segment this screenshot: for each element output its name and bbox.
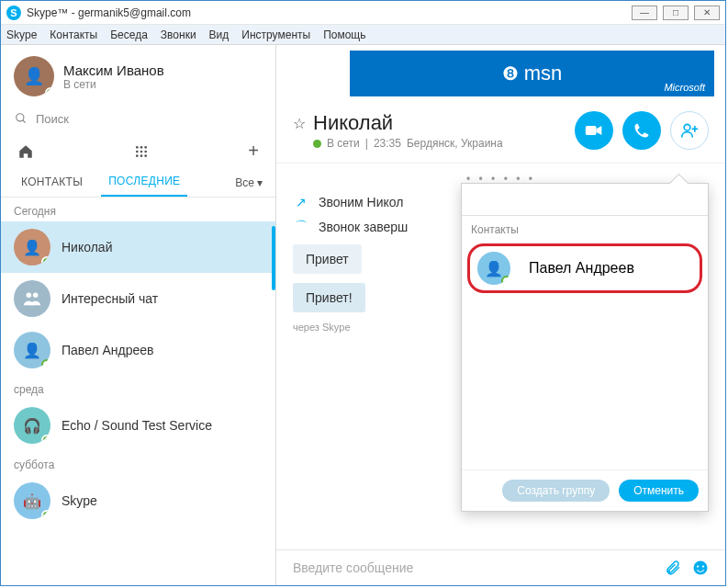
video-call-button[interactable]: [575, 111, 613, 150]
compose-input[interactable]: Введите сообщение: [293, 560, 654, 575]
call-out-icon: ↗: [293, 195, 309, 209]
scrollbar[interactable]: [272, 226, 275, 290]
svg-point-9: [140, 154, 142, 157]
svg-point-14: [684, 124, 690, 130]
menu-tools[interactable]: Инструменты: [241, 28, 310, 41]
home-icon[interactable]: [17, 143, 34, 160]
presence-dot-icon: [45, 87, 54, 96]
maximize-button[interactable]: □: [663, 6, 689, 20]
butterfly-icon: ❽: [502, 62, 519, 85]
create-group-button[interactable]: Создать группу: [502, 480, 610, 502]
banner-brand: msn: [524, 62, 563, 85]
self-name: Максим Иванов: [63, 62, 164, 78]
emoji-icon[interactable]: [692, 560, 709, 576]
chevron-down-icon: ▾: [257, 176, 263, 189]
search-field[interactable]: Поиск: [1, 106, 275, 135]
menu-contacts[interactable]: Контакты: [50, 28, 97, 41]
menu-view[interactable]: Вид: [209, 28, 230, 41]
window-buttons: — □ ✕: [632, 6, 720, 20]
contact-name: Skype: [62, 493, 97, 508]
tab-recent[interactable]: ПОСЛЕДНИЕ: [101, 169, 187, 197]
titlebar: S Skype™ - germanik5@gmail.com — □ ✕: [1, 1, 725, 25]
cancel-button[interactable]: Отменить: [619, 480, 699, 502]
svg-point-5: [136, 150, 139, 153]
contact-item[interactable]: 🎧 Echo / Sound Test Service: [1, 400, 275, 451]
presence-dot-icon: [41, 359, 50, 368]
search-icon: [14, 111, 28, 126]
chat-status: В сети: [327, 137, 360, 150]
filter-dropdown[interactable]: Все ▾: [235, 176, 263, 189]
contact-avatar: 🎧: [14, 407, 50, 444]
message-outgoing: Привет!: [293, 283, 365, 312]
menu-skype[interactable]: Skype: [6, 28, 37, 41]
banner-vendor: Microsoft: [664, 82, 705, 93]
call-end-icon: ⌒: [293, 219, 309, 235]
menu-calls[interactable]: Звонки: [161, 28, 196, 41]
menubar: Skype Контакты Беседа Звонки Вид Инструм…: [1, 25, 725, 45]
add-contact-popover: Контакты 👤 Павел Андреев Создать группу …: [461, 183, 709, 512]
svg-line-1: [23, 120, 26, 123]
sidebar: 👤 Максим Иванов В сети Поиск: [1, 45, 276, 585]
chat-header: ☆ Николай В сети | 23:35 Бердянск, Украи…: [276, 102, 725, 164]
app-window: S Skype™ - germanik5@gmail.com — □ ✕ Sky…: [0, 0, 726, 586]
contact-avatar: 👤: [14, 332, 50, 368]
sidebar-tabs: КОНТАКТЫ ПОСЛЕДНИЕ Все ▾: [1, 169, 275, 198]
attach-icon[interactable]: [665, 560, 681, 576]
dialpad-icon[interactable]: [134, 144, 149, 159]
minimize-button[interactable]: —: [632, 6, 657, 20]
main-pane: ❽ msn Microsoft ☆ Николай В сети | 23:35…: [276, 45, 725, 585]
contact-name: Николай: [62, 240, 112, 254]
svg-point-10: [144, 154, 147, 157]
svg-point-7: [144, 150, 147, 153]
svg-point-8: [136, 154, 139, 157]
audio-call-button[interactable]: [622, 111, 661, 150]
contact-name: Echo / Sound Test Service: [62, 418, 212, 433]
window-title: Skype™ - germanik5@gmail.com: [27, 6, 632, 19]
svg-point-11: [27, 293, 31, 299]
tab-contacts[interactable]: КОНТАКТЫ: [14, 170, 90, 196]
contact-avatar: [14, 280, 50, 317]
chat-contact-name: Николай: [313, 111, 575, 135]
presence-dot-icon: [501, 276, 510, 285]
favorite-star-icon[interactable]: ☆: [293, 115, 306, 132]
popover-contact-item[interactable]: 👤 Павел Андреев: [467, 243, 702, 293]
svg-point-17: [694, 561, 708, 575]
contact-name: Интересный чат: [62, 291, 158, 306]
contact-item[interactable]: Интересный чат: [1, 273, 275, 324]
group-label: суббота: [1, 451, 275, 475]
presence-dot-icon: [41, 510, 50, 519]
group-label: Сегодня: [1, 198, 275, 221]
svg-point-6: [140, 150, 142, 153]
contact-avatar: 👤: [477, 252, 510, 285]
svg-point-0: [17, 114, 24, 121]
compose-bar: Введите сообщение: [276, 549, 725, 585]
skype-logo-icon: S: [6, 6, 21, 20]
svg-rect-13: [586, 126, 597, 135]
popover-search[interactable]: [462, 184, 708, 216]
message-incoming: Привет: [293, 244, 362, 274]
contact-avatar: 🤖: [14, 482, 50, 519]
svg-point-4: [144, 146, 147, 149]
nav-row: +: [1, 135, 275, 169]
presence-dot-icon: [313, 140, 321, 148]
add-participant-button[interactable]: [670, 111, 709, 150]
svg-point-19: [702, 565, 704, 567]
self-profile[interactable]: 👤 Максим Иванов В сети: [1, 45, 275, 106]
contact-item[interactable]: 🤖 Skype: [1, 475, 275, 526]
popover-search-input[interactable]: [471, 193, 699, 207]
contact-item[interactable]: 👤 Николай: [1, 221, 275, 273]
svg-point-3: [140, 146, 142, 149]
popover-section-label: Контакты: [462, 216, 708, 240]
presence-dot-icon: [41, 256, 50, 266]
msn-banner[interactable]: ❽ msn Microsoft: [350, 51, 714, 96]
contact-item[interactable]: 👤 Павел Андреев: [1, 324, 275, 376]
menu-help[interactable]: Помощь: [323, 28, 365, 41]
group-label: среда: [1, 376, 275, 400]
svg-point-2: [136, 146, 139, 149]
svg-point-18: [697, 565, 699, 567]
chat-time: 23:35: [374, 137, 401, 150]
menu-conversation[interactable]: Беседа: [110, 28, 148, 41]
svg-point-12: [33, 293, 38, 299]
close-button[interactable]: ✕: [694, 6, 720, 20]
add-icon[interactable]: +: [248, 141, 259, 162]
